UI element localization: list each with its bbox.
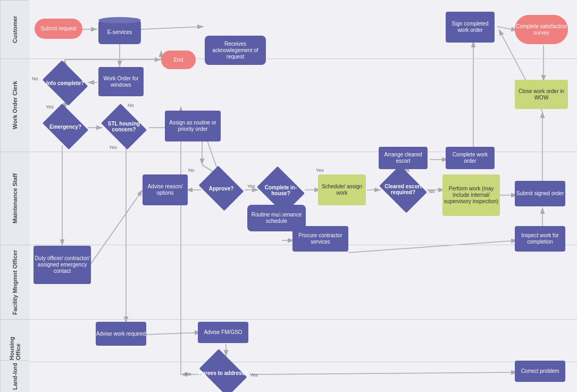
complete-satisfaction-label: Complete satisfaction survey: [515, 23, 568, 36]
correct-problem-shape: Correct problem: [515, 361, 565, 382]
info-complete-label: Info complete?: [46, 80, 84, 86]
emergency-label: Emergency?: [49, 124, 81, 130]
arrow-label-no-info: No: [32, 76, 38, 81]
duty-officer-label: Duty officer/ contractor/ assigned emerg…: [34, 255, 91, 274]
sign-completed-label: Sign completed work order: [446, 21, 495, 34]
procure-contractor-label: Procure contractor services: [292, 232, 348, 245]
complete-inhouse-diamond: Complete in-house?: [256, 170, 305, 210]
receives-ack-label: Receives acknowlegement of request: [205, 41, 266, 60]
close-work-order-shape: Close work order in WOW: [515, 80, 568, 109]
arrow-label-yes-approve: Yes: [247, 184, 255, 189]
lane-divider-3: [29, 319, 577, 320]
arrow-label-no-agrees: No: [185, 371, 191, 377]
end-label: End: [174, 57, 183, 63]
schedule-assign-shape: Schedule/ assign work: [318, 174, 366, 205]
arrow-label-no-inhouse: No: [277, 212, 283, 217]
submit-request-label: Submit request: [40, 26, 76, 32]
advise-fm-gso-label: Advise FM/GSO: [204, 329, 242, 336]
submit-signed-label: Submit signed order: [516, 190, 564, 197]
advise-reason-label: Advise reason/ options: [143, 184, 188, 196]
correct-problem-label: Correct problem: [521, 368, 559, 374]
complete-inhouse-label: Complete in-house?: [256, 185, 305, 196]
advise-work-required-label: Advise work required: [96, 331, 146, 337]
lane-labels: Customer Work Order Clerk Maintenance St…: [0, 0, 29, 392]
arrange-escort-shape: Arrange cleared escort: [379, 147, 428, 169]
lane-customer: Customer: [0, 0, 29, 59]
perform-work-label: Perform work (may include internal/ supe…: [442, 186, 500, 205]
schedule-assign-label: Schedule/ assign work: [318, 184, 366, 196]
lane-maintenance-staff: Maintenance Staff: [0, 152, 29, 245]
agrees-address-label: Agrees to address?: [198, 370, 248, 376]
approve-diamond: Approve?: [198, 169, 245, 207]
advise-reason-shape: Advise reason/ options: [143, 174, 188, 205]
complete-work-order-shape: Complete work order: [446, 147, 495, 169]
arrow-label-no-approve: No: [188, 168, 195, 173]
arrange-escort-label: Arrange cleared escort: [379, 152, 428, 164]
procure-contractor-shape: Procure contractor services: [292, 226, 348, 252]
cleared-escort-diamond: Cleared escort required?: [379, 169, 428, 209]
assign-order-shape: Assign as routine or priority order: [165, 111, 221, 141]
approve-label: Approve?: [209, 186, 234, 191]
svg-line-36: [250, 372, 517, 374]
e-services-shape: E-services: [98, 20, 141, 44]
advise-fm-gso-shape: Advise FM/GSO: [198, 322, 248, 343]
lane-divider-1: [29, 152, 577, 152]
submit-request-shape: Submit request: [35, 19, 82, 39]
complete-satisfaction-shape: Complete satisfaction survey: [515, 15, 568, 44]
inspect-completion-label: Inspect work for completion: [515, 232, 565, 245]
work-order-windows-shape: Work Order for windows: [98, 67, 144, 96]
assign-order-label: Assign as routine or priority order: [165, 120, 221, 132]
svg-line-2: [141, 27, 204, 29]
e-services-label: E-services: [107, 29, 132, 36]
advise-work-required-shape: Advise work required: [96, 322, 146, 346]
lane-facility-mgmt: Facility Mngmnt Officer: [0, 245, 29, 319]
duty-officer-shape: Duty officer/ contractor/ assigned emerg…: [34, 246, 91, 284]
perform-work-shape: Perform work (may include internal/ supe…: [442, 174, 500, 216]
arrow-label-no-cleared: No: [429, 189, 435, 194]
receives-ack-shape: Receives acknowlegement of request: [205, 36, 266, 65]
lane-work-order-clerk: Work Order Clerk: [0, 59, 29, 152]
info-complete-diamond: Info complete?: [43, 65, 88, 101]
end-shape: End: [161, 51, 196, 69]
stl-housing-diamond: STL housing concern?: [100, 107, 148, 146]
lane-landlord: Land-lord: [0, 360, 29, 392]
complete-work-order-label: Complete work order: [446, 152, 495, 164]
arrow-label-yes-inhouse: Yes: [316, 168, 324, 173]
inspect-completion-shape: Inspect work for completion: [515, 226, 565, 252]
close-work-order-label: Close work order in WOW: [515, 88, 568, 101]
sign-completed-shape: Sign completed work order: [446, 12, 495, 43]
cleared-escort-label: Cleared escort required?: [379, 184, 428, 195]
emergency-diamond: Emergency?: [41, 107, 89, 146]
stl-housing-label: STL housing concern?: [100, 121, 148, 132]
agrees-address-diamond: Agrees to address?: [198, 354, 248, 392]
lane-divider-0: [29, 59, 577, 59]
work-order-windows-label: Work Order for windows: [98, 76, 144, 88]
svg-line-32: [146, 332, 201, 335]
submit-signed-shape: Submit signed order: [515, 181, 565, 206]
arrow-label-yes-agrees: Yes: [250, 372, 258, 378]
svg-line-37: [90, 190, 143, 264]
lane-housing-office: Housing Office: [0, 319, 29, 360]
diagram-container: Customer Work Order Clerk Maintenance St…: [0, 0, 577, 392]
svg-line-26: [348, 240, 517, 253]
lane-divider-4: [29, 362, 577, 362]
